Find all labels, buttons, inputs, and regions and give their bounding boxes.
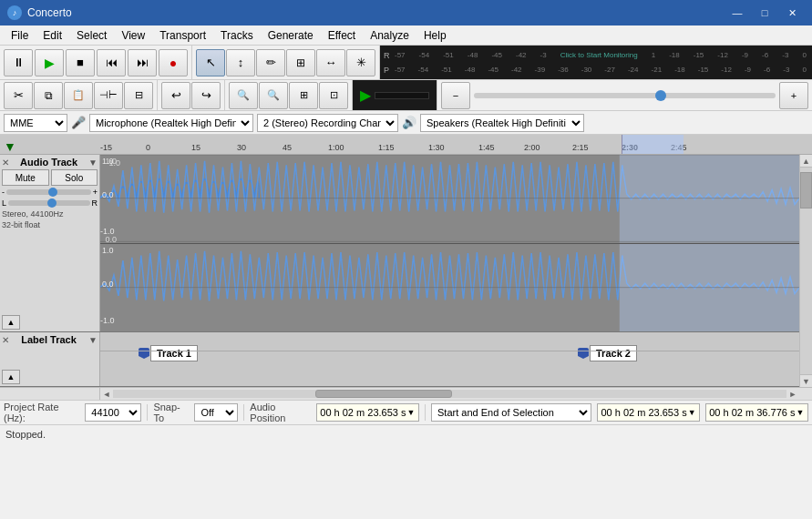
- pan-slider[interactable]: [8, 200, 89, 206]
- zoom-in-button[interactable]: 🔍: [229, 82, 258, 109]
- pause-button[interactable]: ⏸: [4, 49, 33, 76]
- undo-button[interactable]: ↩: [161, 82, 190, 109]
- track-info: Stereo, 44100Hz 32-bit float: [2, 209, 98, 230]
- waveform-area[interactable]: 1.0 0.0 1.0: [100, 155, 799, 331]
- zoom-out-small[interactable]: −: [441, 82, 470, 109]
- minimize-button[interactable]: —: [725, 4, 750, 22]
- copy-button[interactable]: ⧉: [34, 82, 63, 109]
- status-divider1: [147, 404, 148, 421]
- stop-button[interactable]: ■: [66, 49, 95, 76]
- main-content: ✕ Audio Track ▼ Mute Solo - + L: [0, 155, 812, 387]
- close-button[interactable]: ✕: [779, 4, 805, 22]
- pan-thumb[interactable]: [47, 198, 57, 208]
- pan-l: L: [2, 198, 6, 208]
- label-line: [100, 351, 799, 351]
- envelope-tool-button[interactable]: ↕: [226, 49, 255, 76]
- zoom-slider-thumb[interactable]: [655, 90, 666, 101]
- label-track-content: Track 1 Track 2: [100, 332, 799, 386]
- time2-dropdown[interactable]: ▼: [688, 408, 696, 417]
- vscroll-up[interactable]: ▲: [800, 155, 812, 168]
- timeline-arrow[interactable]: ▼: [4, 139, 16, 154]
- track-label-1-text: Track 1: [150, 345, 198, 361]
- menu-tracks[interactable]: Tracks: [213, 25, 261, 45]
- time2-input[interactable]: 00 h 02 m 23.653 s ▼: [597, 403, 700, 422]
- track-label-2[interactable]: Track 2: [578, 345, 637, 361]
- zoom-in-small[interactable]: +: [779, 82, 808, 109]
- track-collapse-btn[interactable]: ▲: [2, 315, 20, 330]
- gain-slider[interactable]: [6, 189, 91, 195]
- vscroll-thumb[interactable]: [800, 172, 812, 209]
- play-button[interactable]: ▶: [35, 49, 64, 76]
- solo-button[interactable]: Solo: [51, 169, 98, 186]
- trim-button[interactable]: ⊣⊢: [94, 82, 123, 109]
- draw-tool-button[interactable]: ✏: [256, 49, 285, 76]
- record-meter[interactable]: R -57-54-51-48-45-42-3 Click to Start Mo…: [380, 46, 812, 79]
- zoom-slider-track[interactable]: [474, 93, 776, 98]
- snap-to-select[interactable]: Off: [194, 403, 238, 422]
- cut-button[interactable]: ✂: [4, 82, 33, 109]
- silence-button[interactable]: ⊟: [124, 82, 153, 109]
- zoom-fit-h-button[interactable]: ⊞: [289, 82, 318, 109]
- gain-thumb[interactable]: [48, 188, 57, 197]
- selection-mode-select[interactable]: Start and End of Selection: [431, 403, 591, 422]
- menu-file[interactable]: File: [4, 25, 36, 45]
- track-label-1[interactable]: Track 1: [139, 345, 198, 361]
- hscroll-thumb[interactable]: [315, 390, 452, 398]
- host-select[interactable]: MME: [4, 114, 67, 132]
- status-row1: Project Rate (Hz): 44100 Snap-To Off Aud…: [4, 402, 808, 422]
- vscroll-down[interactable]: ▼: [800, 374, 812, 387]
- zoom-fit-v-button[interactable]: ⊡: [319, 82, 348, 109]
- timeshift-tool-button[interactable]: ↔: [316, 49, 345, 76]
- timeline-tick-label: 30: [237, 143, 246, 152]
- project-rate-select[interactable]: 44100: [85, 403, 141, 422]
- time3-input[interactable]: 00 h 02 m 36.776 s ▼: [705, 403, 808, 422]
- record-button[interactable]: ●: [159, 49, 188, 76]
- maximize-button[interactable]: □: [752, 4, 777, 22]
- label-track-close[interactable]: ✕: [2, 335, 9, 345]
- click-monitor-label[interactable]: Click to Start Monitoring: [560, 51, 638, 59]
- timeline-tick-label: 2:00: [524, 143, 540, 152]
- zoom-tool-button[interactable]: ⊞: [286, 49, 315, 76]
- label-track-dropdown[interactable]: ▼: [88, 335, 98, 345]
- redo-button[interactable]: ↪: [191, 82, 221, 109]
- meter-scale-top: -57-54-51-48-45-42-3 Click to Start Moni…: [393, 51, 808, 59]
- menu-generate[interactable]: Generate: [261, 25, 321, 45]
- time1-dropdown[interactable]: ▼: [406, 408, 415, 417]
- meter-row2: P -57-54-51-48-45-42-39-36-30-27-24-21-1…: [384, 63, 808, 77]
- microphone-select[interactable]: Microphone (Realtek High Defini: [89, 114, 253, 132]
- toolbar-row2: ✂ ⧉ 📋 ⊣⊢ ⊟ ↩ ↪ 🔍 🔍 ⊞ ⊡ ▶ − +: [0, 80, 812, 111]
- hscroll-right[interactable]: ►: [786, 388, 799, 401]
- hscroll-left[interactable]: ◄: [100, 388, 113, 401]
- speaker-select[interactable]: Speakers (Realtek High Definiti: [420, 114, 584, 132]
- scale-label-2: 0.0: [102, 190, 114, 199]
- menu-edit[interactable]: Edit: [36, 25, 69, 45]
- audio-track-dropdown[interactable]: ▼: [88, 158, 98, 168]
- audio-track-close[interactable]: ✕: [2, 158, 9, 168]
- play-meter-button[interactable]: ▶: [360, 86, 371, 104]
- audio-pos-input[interactable]: 00 h 02 m 23.653 s ▼: [316, 403, 419, 422]
- menu-select[interactable]: Select: [69, 25, 114, 45]
- project-rate-label: Project Rate (Hz):: [4, 402, 79, 423]
- menu-transport[interactable]: Transport: [152, 25, 213, 45]
- menu-analyze[interactable]: Analyze: [363, 25, 416, 45]
- select-tool-button[interactable]: ↖: [196, 49, 225, 76]
- prev-button[interactable]: ⏮: [97, 49, 126, 76]
- menu-bar: File Edit Select View Transport Tracks G…: [0, 25, 812, 46]
- next-button[interactable]: ⏭: [128, 49, 157, 76]
- menu-view[interactable]: View: [114, 25, 152, 45]
- transport-section: ⏸ ▶ ■ ⏮ ⏭ ●: [0, 46, 192, 79]
- label-collapse-btn[interactable]: ▲: [2, 370, 20, 384]
- scale-0-0-top: 0.0: [100, 235, 117, 244]
- channels-select[interactable]: 2 (Stereo) Recording Channels: [257, 114, 398, 132]
- multitool-button[interactable]: ✳: [346, 49, 375, 76]
- meter-p-label: P: [384, 66, 393, 75]
- mute-button[interactable]: Mute: [2, 169, 49, 186]
- timeline-tick-label: 1:00: [328, 143, 344, 152]
- paste-button[interactable]: 📋: [64, 82, 93, 109]
- timeline-ruler: -15 0 15 30 45 1:00 1:15 1:30 1:45 2:00 …: [100, 135, 812, 154]
- menu-effect[interactable]: Effect: [321, 25, 363, 45]
- zoom-out-button[interactable]: 🔍: [259, 82, 288, 109]
- menu-help[interactable]: Help: [416, 25, 454, 45]
- time3-dropdown[interactable]: ▼: [796, 408, 804, 417]
- meter-r-label: R: [384, 51, 393, 60]
